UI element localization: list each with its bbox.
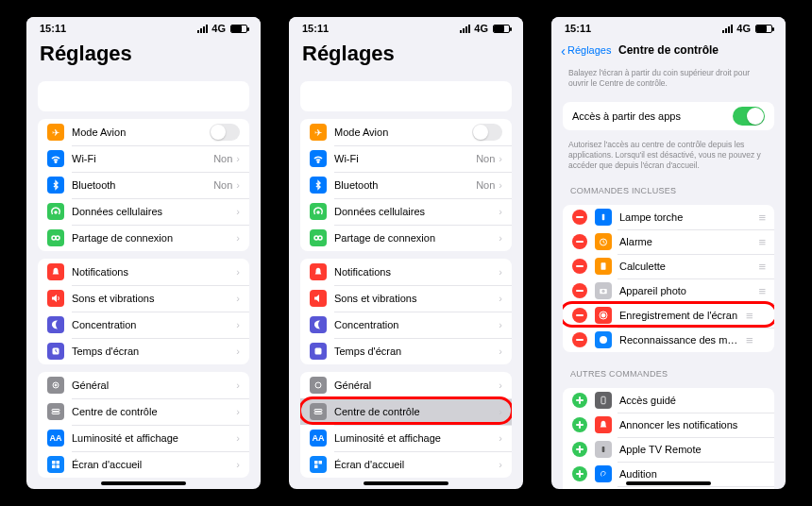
row-flashlight[interactable]: Lampe torche ≡ (563, 205, 774, 229)
remove-button[interactable] (572, 308, 587, 323)
row-calculator[interactable]: Calculette ≡ (563, 254, 774, 278)
control-center-content[interactable]: Balayez l'écran à partir du coin supérie… (551, 66, 786, 489)
row-sounds[interactable]: Sons et vibrations › (300, 285, 512, 312)
screenshot-1-settings: 15:11 4G Réglages ✈ Mode Avion Wi-Fi Non… (26, 17, 261, 489)
row-sounds[interactable]: Sons et vibrations › (38, 285, 249, 312)
screentime-icon (47, 343, 64, 360)
row-homescreen[interactable]: Écran d'accueil › (38, 451, 249, 478)
row-screen-recording[interactable]: Enregistrement de l'écran ≡ (563, 303, 774, 328)
notifications-icon (47, 263, 64, 280)
chevron-right-icon: › (499, 179, 502, 191)
chevron-right-icon: › (499, 319, 502, 330)
home-indicator[interactable] (626, 481, 711, 485)
row-appletv[interactable]: Apple TV Remote (563, 437, 774, 462)
svg-rect-24 (602, 214, 605, 221)
row-screentime[interactable]: Temps d'écran › (300, 338, 512, 364)
status-time: 15:11 (565, 23, 591, 34)
row-notifications[interactable]: Notifications › (38, 259, 249, 285)
chevron-right-icon: › (236, 380, 240, 391)
row-general[interactable]: Général › (38, 372, 249, 398)
row-access-apps[interactable]: Accès à partir des apps (563, 102, 774, 130)
drag-handle-icon[interactable]: ≡ (758, 235, 765, 249)
wifi-icon (47, 150, 64, 167)
home-indicator[interactable] (101, 481, 186, 485)
add-button[interactable] (572, 393, 587, 408)
row-guided-access[interactable]: Accès guidé (563, 388, 774, 413)
svg-rect-23 (314, 465, 318, 469)
hearing-icon (595, 465, 612, 482)
row-homescreen[interactable]: Écran d'accueil › (300, 451, 512, 478)
row-cellular[interactable]: Données cellulaires › (38, 198, 249, 225)
row-notifications[interactable]: Notifications › (300, 259, 512, 285)
chevron-right-icon: › (499, 293, 502, 304)
add-button[interactable] (572, 442, 587, 457)
drag-handle-icon[interactable]: ≡ (758, 211, 765, 225)
row-cellular[interactable]: Données cellulaires › (300, 198, 512, 225)
focus-icon (310, 316, 327, 333)
chevron-right-icon: › (236, 293, 240, 304)
remove-button[interactable] (572, 332, 587, 347)
drag-handle-icon[interactable]: ≡ (746, 333, 753, 347)
toggle-airplane[interactable] (210, 124, 240, 141)
row-control-center[interactable]: Centre de contrôle › (300, 398, 512, 425)
row-display[interactable]: AA Luminosité et affichage › (300, 425, 512, 451)
row-wifi[interactable]: Wi-Fi Non › (300, 145, 512, 172)
row-display[interactable]: AA Luminosité et affichage › (38, 425, 249, 451)
row-control-center[interactable]: Centre de contrôle › (38, 398, 249, 425)
calculator-icon (595, 258, 612, 275)
svg-rect-9 (52, 461, 56, 464)
signal-icon (197, 25, 208, 33)
drag-handle-icon[interactable]: ≡ (758, 284, 765, 298)
status-indicators: 4G (197, 23, 247, 34)
add-button[interactable] (572, 466, 587, 481)
svg-rect-20 (314, 413, 322, 414)
row-music-recognition[interactable]: Reconnaissance des morce... ≡ (563, 328, 774, 352)
search-field[interactable] (38, 81, 249, 111)
drag-handle-icon[interactable]: ≡ (758, 260, 765, 274)
row-announce[interactable]: Annoncer les notifications (563, 413, 774, 437)
drag-handle-icon[interactable]: ≡ (746, 309, 753, 323)
row-cards[interactable]: Cartes (563, 486, 774, 489)
row-wifi[interactable]: Wi-Fi Non › (38, 145, 249, 172)
settings-content[interactable]: ✈ Mode Avion Wi-Fi Non › Bluetooth Non › (26, 74, 261, 485)
row-hotspot[interactable]: Partage de connexion › (38, 225, 249, 251)
svg-rect-11 (52, 465, 56, 469)
toggle-airplane[interactable] (472, 124, 502, 141)
row-focus[interactable]: Concentration › (300, 312, 512, 338)
chevron-right-icon: › (499, 406, 502, 417)
hint-swipe: Balayez l'écran à partir du coin supérie… (551, 66, 786, 94)
settings-content[interactable]: ✈ Mode Avion Wi-Fi Non › Bluetooth Non ›… (289, 74, 523, 485)
svg-point-3 (56, 236, 59, 240)
row-mode-avion[interactable]: ✈ Mode Avion (38, 119, 249, 145)
row-alarm[interactable]: Alarme ≡ (563, 229, 774, 254)
row-bluetooth[interactable]: Bluetooth Non › (300, 172, 512, 198)
row-mode-avion[interactable]: ✈ Mode Avion (300, 119, 512, 145)
remove-button[interactable] (572, 283, 587, 298)
row-focus[interactable]: Concentration › (38, 312, 249, 338)
label: Wi-Fi (72, 153, 213, 164)
label: Partage de connexion (72, 232, 236, 244)
search-field[interactable] (300, 81, 512, 111)
remove-button[interactable] (572, 234, 587, 249)
chevron-right-icon: › (499, 432, 502, 444)
row-hotspot[interactable]: Partage de connexion › (300, 225, 512, 251)
remove-button[interactable] (572, 259, 587, 274)
row-general[interactable]: Général › (300, 372, 512, 398)
row-screentime[interactable]: Temps d'écran › (38, 338, 249, 364)
label: Appareil photo (619, 285, 754, 296)
wifi-icon (310, 150, 327, 167)
row-camera[interactable]: Appareil photo ≡ (563, 278, 774, 303)
toggle-access-apps[interactable] (733, 107, 765, 126)
music-recog-icon (595, 331, 612, 348)
label: Sons et vibrations (72, 293, 236, 304)
label: Reconnaissance des morce... (619, 334, 742, 346)
add-button[interactable] (572, 417, 587, 432)
back-button[interactable]: ‹ Réglages (561, 42, 611, 59)
sounds-icon (310, 290, 327, 307)
row-bluetooth[interactable]: Bluetooth Non › (38, 172, 249, 198)
battery-icon (755, 25, 772, 33)
label: Notifications (72, 266, 236, 278)
home-indicator[interactable] (364, 481, 448, 485)
remove-button[interactable] (572, 210, 587, 225)
chevron-right-icon: › (236, 346, 240, 357)
